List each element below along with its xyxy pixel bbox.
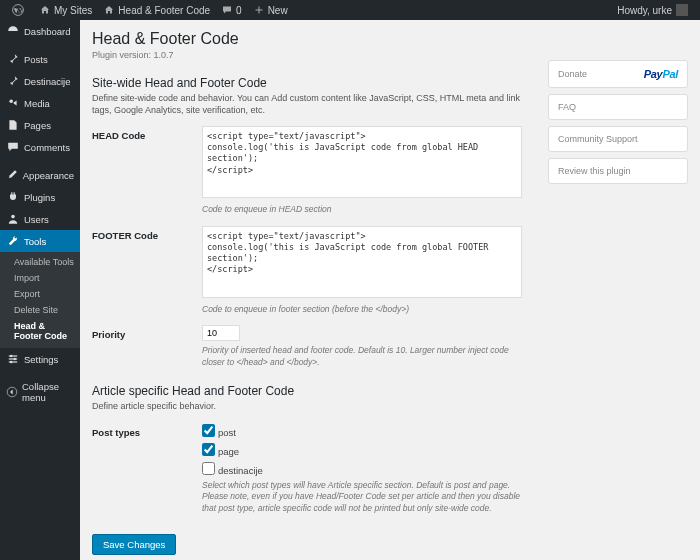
sub-available-tools[interactable]: Available Tools [0, 254, 80, 270]
brush-icon [6, 169, 19, 181]
section-article-desc: Define article specific behavior. [92, 401, 522, 413]
house-icon [40, 5, 50, 15]
sub-import[interactable]: Import [0, 270, 80, 286]
card-faq[interactable]: FAQ [548, 94, 688, 120]
admin-bar: My Sites Head & Footer Code 0 New Howdy,… [0, 0, 700, 20]
pin-icon [6, 53, 20, 65]
plus-icon [254, 5, 264, 15]
menu-pages[interactable]: Pages [0, 114, 80, 136]
card-review[interactable]: Review this plugin [548, 158, 688, 184]
submenu-tools: Available Tools Import Export Delete Sit… [0, 252, 80, 348]
menu-comments[interactable]: Comments [0, 136, 80, 158]
my-sites[interactable]: My Sites [34, 0, 98, 20]
wp-logo[interactable] [6, 0, 34, 20]
settings-icon [6, 353, 20, 365]
head-code-textarea[interactable]: <script type="text/javascript"> console.… [202, 126, 522, 198]
pt-destinacije-checkbox[interactable] [202, 462, 215, 475]
svg-point-6 [10, 355, 12, 357]
menu-appearance[interactable]: Appearance [0, 164, 80, 186]
house-icon [104, 5, 114, 15]
post-types-label: Post types [92, 423, 202, 514]
svg-point-7 [14, 358, 16, 360]
menu-settings[interactable]: Settings [0, 348, 80, 370]
avatar [676, 4, 688, 16]
menu-plugins[interactable]: Plugins [0, 186, 80, 208]
card-donate[interactable]: Donate PayPal [548, 60, 688, 88]
dashboard-icon [6, 25, 20, 37]
sub-export[interactable]: Export [0, 286, 80, 302]
menu-posts[interactable]: Posts [0, 48, 80, 70]
pt-post-checkbox[interactable] [202, 424, 215, 437]
page-icon [6, 119, 20, 131]
menu-tools[interactable]: Tools [0, 230, 80, 252]
plugin-version: Plugin version: 1.0.7 [92, 50, 688, 60]
collapse-menu[interactable]: Collapse menu [0, 376, 80, 408]
site-name[interactable]: Head & Footer Code [98, 0, 216, 20]
footer-code-label: FOOTER Code [92, 226, 202, 315]
footer-code-hint: Code to enqueue in footer section (befor… [202, 304, 522, 315]
head-code-label: HEAD Code [92, 126, 202, 215]
section-sitewide-desc: Define site-wide code and behavior. You … [92, 93, 522, 116]
new-content[interactable]: New [248, 0, 294, 20]
menu-destinacije[interactable]: Destinacije [0, 70, 80, 92]
plug-icon [6, 191, 20, 203]
pt-page-row[interactable]: page [202, 442, 522, 457]
paypal-logo: PayPal [644, 68, 678, 80]
pt-destinacije-row[interactable]: destinacije [202, 461, 522, 476]
wrench-icon [6, 235, 20, 247]
sub-head-footer-code[interactable]: Head & Footer Code [0, 318, 80, 344]
priority-input[interactable] [202, 325, 240, 341]
user-icon [6, 213, 20, 225]
pt-page-checkbox[interactable] [202, 443, 215, 456]
menu-users[interactable]: Users [0, 208, 80, 230]
priority-hint: Priority of inserted head and footer cod… [202, 345, 522, 368]
collapse-icon [6, 386, 18, 398]
footer-code-textarea[interactable]: <script type="text/javascript"> console.… [202, 226, 522, 298]
account[interactable]: Howdy, urke [611, 0, 694, 20]
card-community[interactable]: Community Support [548, 126, 688, 152]
svg-point-2 [11, 215, 15, 219]
menu-media[interactable]: Media [0, 92, 80, 114]
section-article-title: Article specific Head and Footer Code [92, 384, 522, 398]
menu-dashboard[interactable]: Dashboard [0, 20, 80, 42]
pin-icon [6, 75, 20, 87]
head-code-hint: Code to enqueue in HEAD section [202, 204, 522, 215]
sub-delete-site[interactable]: Delete Site [0, 302, 80, 318]
admin-sidebar: Dashboard Posts Destinacije Media Pages … [0, 20, 80, 560]
priority-label: Priority [92, 325, 202, 368]
page-title: Head & Footer Code [92, 30, 688, 48]
comment-icon [222, 5, 232, 15]
comments-count[interactable]: 0 [216, 0, 248, 20]
svg-point-1 [9, 99, 13, 103]
section-sitewide-title: Site-wide Head and Footer Code [92, 76, 522, 90]
post-types-hint: Select which post types will have Articl… [202, 480, 522, 514]
pt-post-row[interactable]: post [202, 423, 522, 438]
comment-icon [6, 141, 20, 153]
svg-point-8 [10, 361, 12, 363]
save-changes-button[interactable]: Save Changes [92, 534, 176, 555]
media-icon [6, 97, 20, 109]
wp-logo-icon [12, 4, 24, 16]
